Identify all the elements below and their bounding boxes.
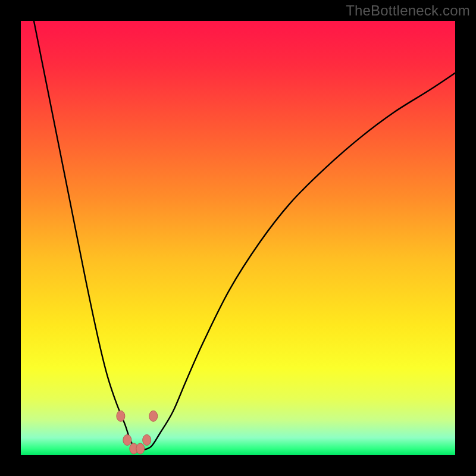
curve-marker	[149, 411, 158, 421]
curve-marker	[143, 435, 151, 446]
plot-area	[21, 21, 455, 455]
curve-marker	[117, 411, 125, 421]
curve-marker	[123, 435, 131, 446]
data-markers	[21, 21, 455, 455]
chart-frame: TheBottleneck.com	[0, 0, 476, 476]
curve-marker	[136, 443, 145, 454]
watermark-text: TheBottleneck.com	[346, 2, 470, 19]
